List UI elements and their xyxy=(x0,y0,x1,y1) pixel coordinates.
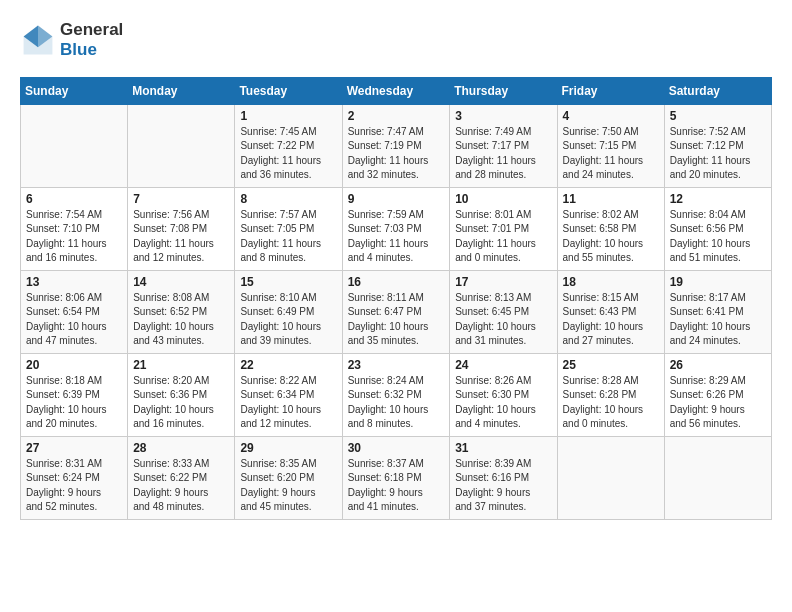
day-info: Sunrise: 8:37 AM Sunset: 6:18 PM Dayligh… xyxy=(348,457,445,515)
day-number: 18 xyxy=(563,275,659,289)
day-info: Sunrise: 7:50 AM Sunset: 7:15 PM Dayligh… xyxy=(563,125,659,183)
day-number: 21 xyxy=(133,358,229,372)
day-number: 17 xyxy=(455,275,551,289)
day-info: Sunrise: 8:15 AM Sunset: 6:43 PM Dayligh… xyxy=(563,291,659,349)
day-info: Sunrise: 8:24 AM Sunset: 6:32 PM Dayligh… xyxy=(348,374,445,432)
col-header-tuesday: Tuesday xyxy=(235,77,342,104)
calendar-cell: 22Sunrise: 8:22 AM Sunset: 6:34 PM Dayli… xyxy=(235,353,342,436)
day-info: Sunrise: 8:26 AM Sunset: 6:30 PM Dayligh… xyxy=(455,374,551,432)
day-info: Sunrise: 8:02 AM Sunset: 6:58 PM Dayligh… xyxy=(563,208,659,266)
day-number: 6 xyxy=(26,192,122,206)
logo: General Blue xyxy=(20,20,123,61)
calendar-cell: 11Sunrise: 8:02 AM Sunset: 6:58 PM Dayli… xyxy=(557,187,664,270)
col-header-monday: Monday xyxy=(128,77,235,104)
day-number: 5 xyxy=(670,109,766,123)
day-info: Sunrise: 8:10 AM Sunset: 6:49 PM Dayligh… xyxy=(240,291,336,349)
calendar-cell: 19Sunrise: 8:17 AM Sunset: 6:41 PM Dayli… xyxy=(664,270,771,353)
day-number: 1 xyxy=(240,109,336,123)
day-number: 25 xyxy=(563,358,659,372)
logo-text: General xyxy=(60,20,123,40)
week-row-1: 1Sunrise: 7:45 AM Sunset: 7:22 PM Daylig… xyxy=(21,104,772,187)
day-info: Sunrise: 8:13 AM Sunset: 6:45 PM Dayligh… xyxy=(455,291,551,349)
day-info: Sunrise: 7:57 AM Sunset: 7:05 PM Dayligh… xyxy=(240,208,336,266)
calendar-cell: 17Sunrise: 8:13 AM Sunset: 6:45 PM Dayli… xyxy=(450,270,557,353)
day-info: Sunrise: 7:47 AM Sunset: 7:19 PM Dayligh… xyxy=(348,125,445,183)
day-info: Sunrise: 8:08 AM Sunset: 6:52 PM Dayligh… xyxy=(133,291,229,349)
day-info: Sunrise: 7:52 AM Sunset: 7:12 PM Dayligh… xyxy=(670,125,766,183)
logo-blue: Blue xyxy=(60,40,97,59)
week-row-2: 6Sunrise: 7:54 AM Sunset: 7:10 PM Daylig… xyxy=(21,187,772,270)
day-info: Sunrise: 7:59 AM Sunset: 7:03 PM Dayligh… xyxy=(348,208,445,266)
calendar-cell xyxy=(664,436,771,519)
day-number: 11 xyxy=(563,192,659,206)
day-number: 13 xyxy=(26,275,122,289)
day-info: Sunrise: 8:18 AM Sunset: 6:39 PM Dayligh… xyxy=(26,374,122,432)
logo-icon xyxy=(20,22,56,58)
calendar-cell: 18Sunrise: 8:15 AM Sunset: 6:43 PM Dayli… xyxy=(557,270,664,353)
day-number: 20 xyxy=(26,358,122,372)
calendar-cell: 10Sunrise: 8:01 AM Sunset: 7:01 PM Dayli… xyxy=(450,187,557,270)
calendar-cell xyxy=(128,104,235,187)
day-number: 7 xyxy=(133,192,229,206)
day-info: Sunrise: 8:39 AM Sunset: 6:16 PM Dayligh… xyxy=(455,457,551,515)
calendar-cell: 21Sunrise: 8:20 AM Sunset: 6:36 PM Dayli… xyxy=(128,353,235,436)
day-number: 26 xyxy=(670,358,766,372)
calendar-cell: 30Sunrise: 8:37 AM Sunset: 6:18 PM Dayli… xyxy=(342,436,450,519)
day-number: 3 xyxy=(455,109,551,123)
calendar-cell: 5Sunrise: 7:52 AM Sunset: 7:12 PM Daylig… xyxy=(664,104,771,187)
day-info: Sunrise: 8:33 AM Sunset: 6:22 PM Dayligh… xyxy=(133,457,229,515)
day-number: 23 xyxy=(348,358,445,372)
calendar-cell: 7Sunrise: 7:56 AM Sunset: 7:08 PM Daylig… xyxy=(128,187,235,270)
calendar-cell: 12Sunrise: 8:04 AM Sunset: 6:56 PM Dayli… xyxy=(664,187,771,270)
day-info: Sunrise: 8:06 AM Sunset: 6:54 PM Dayligh… xyxy=(26,291,122,349)
day-info: Sunrise: 8:20 AM Sunset: 6:36 PM Dayligh… xyxy=(133,374,229,432)
col-header-saturday: Saturday xyxy=(664,77,771,104)
page-header: General Blue xyxy=(20,20,772,61)
header-row: SundayMondayTuesdayWednesdayThursdayFrid… xyxy=(21,77,772,104)
day-number: 31 xyxy=(455,441,551,455)
calendar-cell: 14Sunrise: 8:08 AM Sunset: 6:52 PM Dayli… xyxy=(128,270,235,353)
calendar-cell: 24Sunrise: 8:26 AM Sunset: 6:30 PM Dayli… xyxy=(450,353,557,436)
week-row-5: 27Sunrise: 8:31 AM Sunset: 6:24 PM Dayli… xyxy=(21,436,772,519)
calendar-cell: 27Sunrise: 8:31 AM Sunset: 6:24 PM Dayli… xyxy=(21,436,128,519)
day-info: Sunrise: 7:49 AM Sunset: 7:17 PM Dayligh… xyxy=(455,125,551,183)
day-info: Sunrise: 7:54 AM Sunset: 7:10 PM Dayligh… xyxy=(26,208,122,266)
day-number: 16 xyxy=(348,275,445,289)
logo-general: General xyxy=(60,20,123,39)
day-info: Sunrise: 8:11 AM Sunset: 6:47 PM Dayligh… xyxy=(348,291,445,349)
day-number: 22 xyxy=(240,358,336,372)
calendar-cell: 4Sunrise: 7:50 AM Sunset: 7:15 PM Daylig… xyxy=(557,104,664,187)
day-number: 4 xyxy=(563,109,659,123)
day-number: 19 xyxy=(670,275,766,289)
day-info: Sunrise: 8:29 AM Sunset: 6:26 PM Dayligh… xyxy=(670,374,766,432)
col-header-friday: Friday xyxy=(557,77,664,104)
day-number: 28 xyxy=(133,441,229,455)
calendar-cell: 26Sunrise: 8:29 AM Sunset: 6:26 PM Dayli… xyxy=(664,353,771,436)
day-number: 9 xyxy=(348,192,445,206)
calendar-cell: 20Sunrise: 8:18 AM Sunset: 6:39 PM Dayli… xyxy=(21,353,128,436)
calendar-cell: 8Sunrise: 7:57 AM Sunset: 7:05 PM Daylig… xyxy=(235,187,342,270)
calendar-cell: 15Sunrise: 8:10 AM Sunset: 6:49 PM Dayli… xyxy=(235,270,342,353)
day-number: 15 xyxy=(240,275,336,289)
day-info: Sunrise: 8:28 AM Sunset: 6:28 PM Dayligh… xyxy=(563,374,659,432)
col-header-sunday: Sunday xyxy=(21,77,128,104)
calendar-cell xyxy=(557,436,664,519)
day-info: Sunrise: 8:01 AM Sunset: 7:01 PM Dayligh… xyxy=(455,208,551,266)
day-number: 27 xyxy=(26,441,122,455)
day-number: 10 xyxy=(455,192,551,206)
calendar-cell: 29Sunrise: 8:35 AM Sunset: 6:20 PM Dayli… xyxy=(235,436,342,519)
day-number: 12 xyxy=(670,192,766,206)
calendar-cell: 3Sunrise: 7:49 AM Sunset: 7:17 PM Daylig… xyxy=(450,104,557,187)
calendar-cell: 25Sunrise: 8:28 AM Sunset: 6:28 PM Dayli… xyxy=(557,353,664,436)
calendar-cell: 16Sunrise: 8:11 AM Sunset: 6:47 PM Dayli… xyxy=(342,270,450,353)
calendar-cell: 2Sunrise: 7:47 AM Sunset: 7:19 PM Daylig… xyxy=(342,104,450,187)
calendar-cell: 13Sunrise: 8:06 AM Sunset: 6:54 PM Dayli… xyxy=(21,270,128,353)
calendar-cell: 23Sunrise: 8:24 AM Sunset: 6:32 PM Dayli… xyxy=(342,353,450,436)
calendar-cell: 28Sunrise: 8:33 AM Sunset: 6:22 PM Dayli… xyxy=(128,436,235,519)
calendar-cell: 9Sunrise: 7:59 AM Sunset: 7:03 PM Daylig… xyxy=(342,187,450,270)
calendar-cell: 1Sunrise: 7:45 AM Sunset: 7:22 PM Daylig… xyxy=(235,104,342,187)
day-info: Sunrise: 8:35 AM Sunset: 6:20 PM Dayligh… xyxy=(240,457,336,515)
day-number: 29 xyxy=(240,441,336,455)
day-info: Sunrise: 8:17 AM Sunset: 6:41 PM Dayligh… xyxy=(670,291,766,349)
day-number: 30 xyxy=(348,441,445,455)
